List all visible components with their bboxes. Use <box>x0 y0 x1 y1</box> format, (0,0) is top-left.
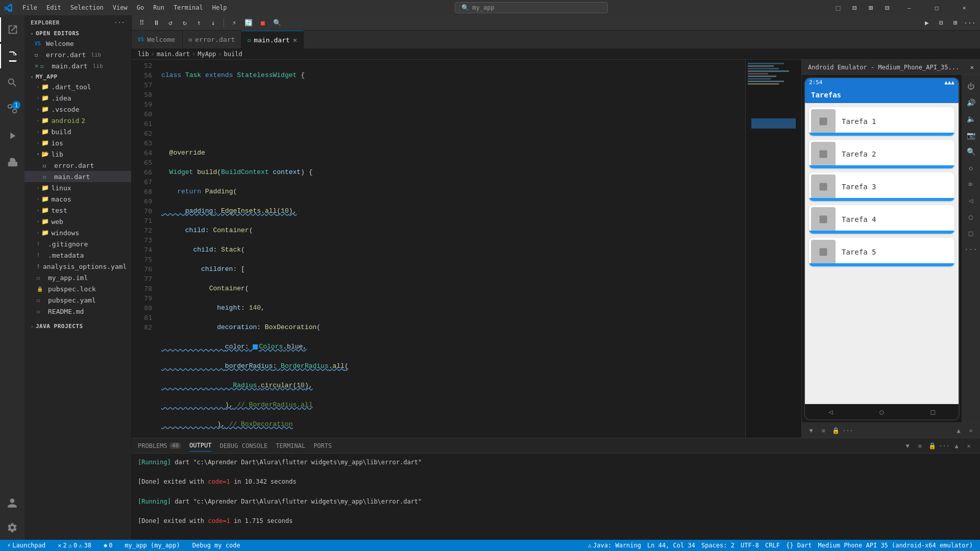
toolbar-step-over-icon[interactable]: ↻ <box>179 17 191 29</box>
folder-test[interactable]: › 📁 test <box>24 205 131 216</box>
toolbar-restart-icon[interactable]: ↺ <box>164 17 177 29</box>
panel-close-icon[interactable]: ✕ <box>964 441 974 451</box>
toolbar-search2-icon[interactable]: 🔍 <box>271 17 283 29</box>
file-analysis-options[interactable]: ! analysis_options.yaml <box>24 261 131 272</box>
run-debug-activity-icon[interactable] <box>0 123 24 148</box>
toolbar-grid-icon[interactable]: ⠿ <box>136 17 148 29</box>
file-pubspec-yaml[interactable]: ◻ pubspec.yaml <box>24 294 131 306</box>
extensions-activity-icon[interactable] <box>0 150 24 174</box>
status-errors[interactable]: ✕ 2 ⚠ 0 ⚠ 38 <box>55 540 94 551</box>
task-card-4[interactable]: Tarefa 4 <box>809 205 954 234</box>
emu-diamond-btn[interactable]: ◇ <box>964 161 978 175</box>
sidebar-more-icon[interactable]: ··· <box>114 19 125 26</box>
status-spaces[interactable]: Spaces: 2 <box>698 542 738 549</box>
menu-help[interactable]: Help <box>208 2 231 13</box>
layout3-icon[interactable]: ⊞ <box>865 2 877 14</box>
emu-camera-btn[interactable]: 📷 <box>964 128 978 142</box>
folder-android[interactable]: › 📁 android 2 <box>24 115 131 126</box>
emulator-more3-icon[interactable]: ··· <box>843 425 853 436</box>
menu-go[interactable]: Go <box>133 2 148 13</box>
folder-vscode[interactable]: › 📁 .vscode <box>24 104 131 115</box>
status-cursor[interactable]: Ln 44, Col 34 <box>644 542 698 549</box>
status-launchpad[interactable]: ⚡ Launchpad <box>4 540 48 551</box>
toolbar-layout-icon[interactable]: ⊞ <box>949 17 962 29</box>
tab-error-dart[interactable]: ◻ error.dart <box>183 31 241 48</box>
toolbar-split-icon[interactable]: ⊟ <box>935 17 947 29</box>
maximize-button[interactable]: □ <box>925 0 948 15</box>
search-activity-icon[interactable] <box>0 70 24 95</box>
emulator-up-icon[interactable]: ▲ <box>953 425 964 436</box>
emu-more2-btn[interactable]: ··· <box>964 242 978 257</box>
toolbar-lightning-icon[interactable]: ⚡ <box>228 17 240 29</box>
status-emulator[interactable]: Medium Phone API 35 (android-x64 emulato… <box>815 542 976 549</box>
minimize-button[interactable]: — <box>897 0 921 15</box>
folder-lib[interactable]: ▾ 📂 lib <box>24 148 131 160</box>
folder-windows[interactable]: › 📁 windows <box>24 227 131 238</box>
panel-tab-debug[interactable]: DEBUG CONSOLE <box>219 440 267 452</box>
java-projects-section[interactable]: › JAVA PROJECTS <box>24 321 131 331</box>
emulator-close-icon[interactable]: ✕ <box>970 64 974 71</box>
emu-square-btn[interactable]: □ <box>964 226 978 240</box>
open-file-welcome[interactable]: VS Welcome <box>24 38 131 49</box>
toolbar-run-icon[interactable]: ▶ <box>921 17 933 29</box>
folder-macos[interactable]: › 📁 macos <box>24 193 131 205</box>
emulator-scroll-down-icon[interactable]: ▼ <box>806 425 816 436</box>
accounts-activity-icon[interactable] <box>0 491 24 515</box>
emu-erase-btn[interactable]: ⌦ <box>964 177 978 191</box>
open-file-main-dart[interactable]: ✕ ◻ main.dart lib <box>24 60 131 71</box>
breadcrumb-main-dart[interactable]: main.dart <box>157 51 190 58</box>
menu-file[interactable]: File <box>18 2 41 13</box>
nav-back-icon[interactable]: ◁ <box>828 408 832 416</box>
file-error-dart[interactable]: ◻ error.dart <box>24 160 131 171</box>
status-eol[interactable]: CRLF <box>762 542 783 549</box>
status-java-warning[interactable]: ⚠ Java: Warning <box>585 542 644 549</box>
task-card-2[interactable]: Tarefa 2 <box>809 140 954 168</box>
status-project[interactable]: my_app (my_app) <box>121 540 183 551</box>
emu-volume-down-btn[interactable]: 🔈 <box>964 112 978 126</box>
emu-zoom-btn[interactable]: 🔍 <box>964 144 978 159</box>
code-content[interactable]: class Task extends StatelessWidget { @ov… <box>157 60 745 438</box>
menu-view[interactable]: View <box>109 2 132 13</box>
menu-selection[interactable]: Selection <box>66 2 108 13</box>
toolbar-step-out-icon[interactable]: ↓ <box>207 17 219 29</box>
folder-build[interactable]: › 📁 build <box>24 126 131 137</box>
main-tab-close-icon[interactable]: ✕ <box>293 36 297 44</box>
file-gitignore[interactable]: ! .gitignore <box>24 238 131 249</box>
open-file-error-dart[interactable]: ◻ error.dart lib <box>24 49 131 60</box>
toolbar-more-icon[interactable]: ··· <box>964 17 976 29</box>
breadcrumb-build[interactable]: build <box>224 51 242 58</box>
toolbar-stop-icon[interactable]: ■ <box>257 17 269 29</box>
task-card-1[interactable]: Tarefa 1 <box>809 107 954 136</box>
panel-lock2-icon[interactable]: 🔒 <box>927 441 937 451</box>
tab-welcome[interactable]: VS Welcome <box>132 31 183 48</box>
emulator-lock-icon[interactable]: 🔒 <box>830 425 841 436</box>
panel-list-icon[interactable]: ≡ <box>915 441 925 451</box>
panel-tab-output[interactable]: OUTPUT <box>189 440 211 452</box>
close-button[interactable]: ✕ <box>952 0 976 15</box>
layout4-icon[interactable]: ⊟ <box>881 2 893 14</box>
folder-dart-tool[interactable]: › 📁 .dart_tool <box>24 81 131 92</box>
main-dart-close-icon[interactable]: ✕ <box>35 62 38 69</box>
task-card-5[interactable]: Tarefa 5 <box>809 238 954 266</box>
panel-tab-terminal[interactable]: TERMINAL <box>276 440 305 452</box>
menu-run[interactable]: Run <box>149 2 168 13</box>
folder-ios[interactable]: › 📁 ios <box>24 137 131 148</box>
menu-edit[interactable]: Edit <box>42 2 65 13</box>
breadcrumb-my-app[interactable]: MyApp <box>198 51 216 58</box>
file-my-app-iml[interactable]: ◻ my_app.iml <box>24 272 131 283</box>
breadcrumb-lib[interactable]: lib <box>138 51 149 58</box>
settings-activity-icon[interactable] <box>0 515 24 540</box>
code-editor[interactable]: 52 56 57 58 59 60 61 62 63 64 65 66 67 <box>132 60 745 438</box>
panel-tab-problems[interactable]: PROBLEMS 40 <box>138 440 181 452</box>
search-box[interactable]: 🔍 my_app <box>455 2 608 13</box>
my-app-section[interactable]: ▾ MY_APP <box>24 71 131 81</box>
emu-power-btn[interactable]: ⏻ <box>964 79 978 93</box>
panel-up-icon[interactable]: ▲ <box>951 441 962 451</box>
status-language[interactable]: {} Dart <box>783 542 815 549</box>
status-encoding[interactable]: UTF-8 <box>738 542 762 549</box>
toolbar-pause-icon[interactable]: ⏸ <box>150 17 162 29</box>
emu-back2-btn[interactable]: ◁ <box>964 193 978 208</box>
panel-tab-ports[interactable]: PORTS <box>313 440 332 452</box>
nav-recent-icon[interactable]: □ <box>931 408 935 416</box>
menu-terminal[interactable]: Terminal <box>169 2 207 13</box>
